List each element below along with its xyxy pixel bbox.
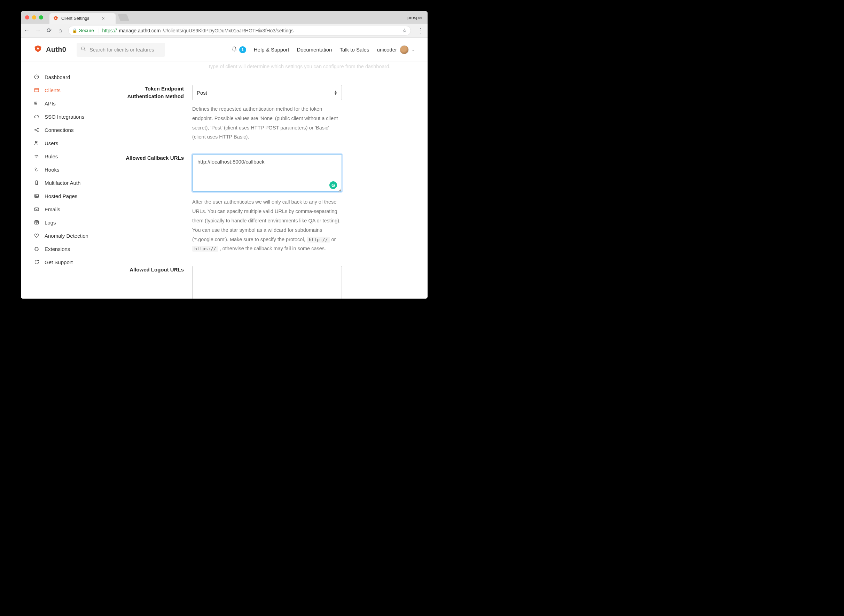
sidebar-item-support[interactable]: Get Support: [34, 255, 105, 269]
app-body: Dashboard Clients APIs SSO Integrations …: [21, 62, 427, 299]
auth0-favicon-icon: [53, 16, 59, 21]
sidebar-item-label: Dashboard: [44, 74, 70, 80]
token-endpoint-select[interactable]: Post ▲▼: [192, 85, 342, 100]
sidebar-item-label: Connections: [44, 127, 73, 133]
svg-rect-14: [34, 208, 39, 211]
svg-point-6: [38, 131, 39, 132]
browser-menu-icon[interactable]: ⋮: [416, 27, 425, 34]
field-help: After the user authenticates we will onl…: [192, 197, 342, 253]
sidebar-item-hosted[interactable]: Hosted Pages: [34, 189, 105, 202]
grid-icon: [34, 101, 40, 106]
sidebar-item-label: Extensions: [44, 246, 70, 252]
book-icon: [34, 220, 40, 225]
top-nav: 1 Help & Support Documentation Talk to S…: [232, 45, 415, 54]
sidebar-item-dashboard[interactable]: Dashboard: [34, 70, 105, 84]
notifications-button[interactable]: 1: [232, 46, 246, 53]
logout-urls-input[interactable]: [192, 266, 342, 299]
reload-button[interactable]: ⟳: [46, 27, 52, 34]
svg-rect-3: [34, 88, 39, 91]
browser-tabbar: Client Settings × prosper: [21, 11, 427, 23]
select-arrows-icon: ▲▼: [334, 90, 338, 95]
heart-icon: [34, 233, 40, 238]
sidebar-item-extensions[interactable]: Extensions: [34, 242, 105, 255]
bell-icon: [232, 46, 237, 53]
gauge-icon: [34, 74, 40, 80]
close-window-button[interactable]: [25, 15, 29, 19]
url-protocol: https://: [102, 28, 117, 34]
search-box[interactable]: [76, 43, 165, 57]
select-value: Post: [197, 90, 207, 96]
minimize-window-button[interactable]: [32, 15, 36, 19]
field-token-endpoint: Token Endpoint Authentication Method Pos…: [119, 85, 407, 142]
search-icon: [81, 46, 86, 53]
sidebar-item-hooks[interactable]: Hooks: [34, 163, 105, 176]
code-http: http://: [307, 237, 330, 243]
browser-profile-label[interactable]: prosper: [407, 15, 425, 20]
field-logout-urls: Allowed Logout URLs A set of URLs that a…: [119, 266, 407, 299]
chevron-down-icon: ⌄: [411, 47, 415, 52]
sidebar-item-label: Rules: [44, 154, 58, 159]
lock-icon: 🔒: [72, 28, 77, 33]
user-menu[interactable]: unicoder ⌄: [377, 45, 415, 54]
address-bar[interactable]: 🔒 Secure | https://manage.auth0.com/#/cl…: [68, 26, 411, 35]
close-tab-icon[interactable]: ×: [102, 16, 105, 21]
sidebar-item-apis[interactable]: APIs: [34, 97, 105, 110]
svg-point-5: [38, 128, 39, 129]
avatar: [400, 45, 409, 54]
cutoff-help-text: type of client will determine which sett…: [209, 63, 407, 70]
hook-icon: [34, 167, 40, 172]
nav-help[interactable]: Help & Support: [254, 47, 289, 53]
image-icon: [34, 193, 40, 199]
sidebar-item-mfa[interactable]: Multifactor Auth: [34, 176, 105, 189]
url-host: manage.auth0.com: [119, 28, 160, 34]
maximize-window-button[interactable]: [39, 15, 43, 19]
forward-button[interactable]: →: [35, 27, 41, 34]
svg-point-9: [35, 168, 36, 169]
callback-urls-input[interactable]: [192, 154, 342, 192]
field-help: Defines the requested authentication met…: [192, 104, 342, 142]
sidebar-item-label: Clients: [44, 87, 60, 93]
sidebar-item-label: Hosted Pages: [44, 193, 77, 199]
new-tab-button[interactable]: [118, 14, 129, 21]
field-label: Token Endpoint Authentication Method: [119, 85, 192, 142]
field-callback-urls: Allowed Callback URLs G After the user a…: [119, 154, 407, 253]
cloud-icon: [34, 114, 40, 119]
nav-sales[interactable]: Talk to Sales: [339, 47, 369, 53]
app-header: Auth0 1 Help & Support Documentation Tal…: [21, 38, 427, 62]
mail-icon: [34, 206, 40, 212]
search-input[interactable]: [90, 47, 161, 53]
url-path: /#/clients/quUS9KktPDyGDuMx015JRHGTHix3f…: [163, 28, 294, 34]
home-button[interactable]: ⌂: [57, 27, 63, 34]
bookmark-star-icon[interactable]: ☆: [402, 27, 407, 34]
nav-docs[interactable]: Documentation: [297, 47, 332, 53]
svg-rect-16: [35, 248, 38, 250]
sidebar-item-anomaly[interactable]: Anomaly Detection: [34, 229, 105, 242]
field-label: Allowed Logout URLs: [119, 266, 192, 299]
sidebar-item-emails[interactable]: Emails: [34, 202, 105, 216]
sidebar-item-logs[interactable]: Logs: [34, 216, 105, 229]
sidebar-item-users[interactable]: Users: [34, 136, 105, 150]
sidebar-item-label: APIs: [44, 101, 56, 107]
brand-name: Auth0: [46, 45, 66, 54]
username: unicoder: [377, 47, 397, 53]
svg-point-4: [35, 129, 36, 131]
browser-toolbar: ← → ⟳ ⌂ 🔒 Secure | https://manage.auth0.…: [21, 23, 427, 38]
sidebar-item-clients[interactable]: Clients: [34, 84, 105, 97]
chat-icon: [34, 259, 40, 265]
browser-tab[interactable]: Client Settings ×: [50, 13, 116, 23]
sidebar-item-connections[interactable]: Connections: [34, 123, 105, 136]
window-controls: [23, 15, 45, 19]
page: Auth0 1 Help & Support Documentation Tal…: [21, 38, 427, 299]
brand[interactable]: Auth0: [34, 44, 66, 55]
sidebar-item-label: Anomaly Detection: [44, 233, 88, 239]
svg-point-0: [81, 47, 85, 50]
sidebar-item-sso[interactable]: SSO Integrations: [34, 110, 105, 123]
sidebar-item-label: Get Support: [44, 259, 73, 265]
field-label: Allowed Callback URLs: [119, 154, 192, 253]
sidebar-item-label: Multifactor Auth: [44, 180, 81, 186]
back-button[interactable]: ←: [23, 27, 30, 34]
sidebar-item-rules[interactable]: Rules: [34, 150, 105, 163]
sidebar: Dashboard Clients APIs SSO Integrations …: [21, 62, 105, 299]
resize-handle-icon[interactable]: [338, 189, 341, 192]
swap-icon: [34, 154, 40, 159]
